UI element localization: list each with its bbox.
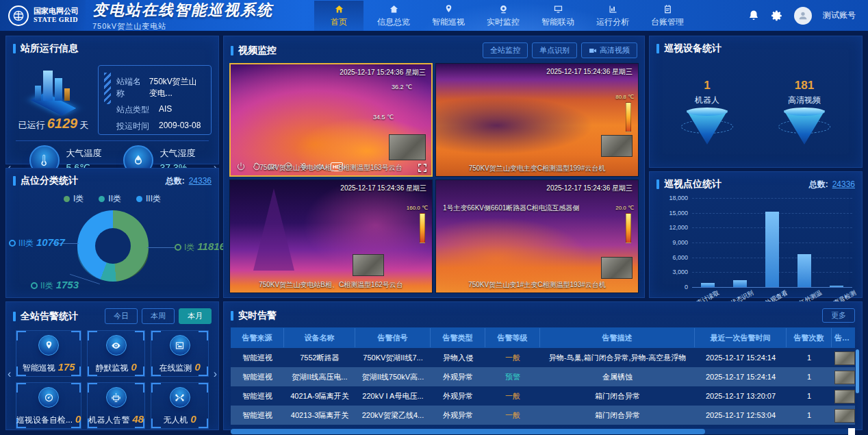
video-caption: 750KV贺兰山变电站B相、C相测温型162号云台	[230, 280, 432, 290]
alarm-level: 一般	[485, 348, 540, 367]
video-timestamp: 2025-12-17 15:24:36 星期三	[340, 68, 426, 77]
device-label: 高清视频	[788, 95, 821, 106]
temp-annotation: 36.2 ℃	[392, 84, 412, 90]
panel-realtime-alarms: 实时告警 更多 告警来源 设备名称 告警信号 告警类型 告警等级 告警描述 最近…	[223, 301, 863, 430]
callout-class2: II类1753	[31, 279, 79, 292]
bar-chart: 18,000 15,000 12,000 9,000 6,000 3,000 0	[658, 198, 852, 287]
y-tick: 12,000	[662, 224, 688, 231]
alarm-image-thumbnail[interactable]	[834, 409, 855, 423]
colorbar-label: 160.0 ℃	[407, 205, 428, 211]
col-header: 告警信号	[355, 328, 431, 347]
total-count-link[interactable]: 24336	[189, 176, 212, 186]
panel-title: 视频监控	[238, 45, 277, 57]
card-value: 0	[131, 361, 137, 373]
horizontal-scrollbar[interactable]	[231, 429, 855, 434]
nav-item-ledger[interactable]: 台账管理	[643, 1, 692, 31]
bar-appearance-view[interactable]	[765, 212, 779, 288]
donut-chart: III类10767 I类11816 II类1753	[6, 205, 218, 293]
horizontal-scrollbar-fill	[231, 429, 705, 434]
thermal-colorbar	[420, 213, 425, 243]
card-device-selfcheck[interactable]: 巡视设备自检...0	[16, 382, 81, 429]
callout-class1: I类11816	[175, 240, 225, 253]
video-feed-4[interactable]: 2025-12-17 15:24:36 星期三 1号主变66KV侧6601断路器…	[435, 179, 639, 293]
thermal-colorbar	[626, 102, 631, 132]
table-row[interactable]: 智能巡视贺湖II线高压电... 贺湖II线750kV高...外观异常 预警 金属…	[231, 367, 855, 386]
pin-icon	[38, 335, 59, 356]
pip-thumbnail	[601, 257, 633, 279]
legend-label: I类	[73, 193, 84, 205]
nav-item-overview[interactable]: 信息总览	[369, 1, 418, 31]
nav-item-analysis[interactable]: 运行分析	[588, 1, 637, 31]
col-header: 告警次数	[787, 328, 832, 347]
video-feed-2[interactable]: 2025-12-17 15:24:36 星期三 80.8 ℃ 750KV贺兰山变…	[435, 63, 639, 177]
card-label: 智能巡视	[23, 363, 55, 373]
single-point-recognition-button[interactable]: 单点识别	[532, 42, 577, 58]
alarm-image-thumbnail[interactable]	[834, 351, 855, 365]
total-count-link[interactable]: 24336	[832, 179, 855, 189]
horizontal-scrollbar-handle[interactable]	[848, 428, 855, 435]
pip-thumbnail	[601, 135, 633, 157]
app-title: 变电站在线智能巡视系统	[92, 0, 273, 21]
alarm-image-thumbnail[interactable]	[834, 371, 855, 384]
field-value: AIS	[159, 104, 172, 116]
card-online-monitor[interactable]: 在线监测0	[151, 330, 209, 377]
video-caption: 750kV贺兰山变电站A相、B相测温型163号云台	[231, 163, 431, 173]
table-row[interactable]: 智能巡视40213-3隔离开关 220kV贺梁乙线4...外观异常 一般 箱门闭…	[231, 406, 855, 425]
hatch-decoration	[104, 73, 111, 104]
filter-week-button[interactable]: 本周	[142, 308, 175, 324]
home-icon	[334, 4, 344, 14]
hd-video-button[interactable]: 高清视频	[581, 42, 637, 58]
table-header-row: 告警来源 设备名称 告警信号 告警类型 告警等级 告警描述 最近一次告警时间 告…	[231, 327, 855, 348]
robot-icon	[106, 387, 127, 408]
fullscreen-icon[interactable]	[418, 163, 427, 173]
panel-alarm-stats: 全站告警统计 今日 本周 本月 ‹ › 智能巡视175 静默监视0 在线监测0	[5, 301, 219, 430]
total-label: 总数:	[809, 179, 828, 190]
table-row[interactable]: 智能巡视7552断路器 750KV贺湖II线7...异物入侵 一般 异物-鸟巢,…	[231, 348, 855, 367]
filter-month-button[interactable]: 本月	[179, 308, 212, 324]
bar-infrared-temp[interactable]	[797, 254, 811, 287]
card-silent-watch[interactable]: 静默监视0	[87, 330, 145, 377]
full-station-monitor-button[interactable]: 全站监控	[483, 42, 528, 58]
nav-label: 信息总览	[377, 16, 410, 28]
bell-icon[interactable]	[748, 10, 760, 22]
card-label: 巡视设备自检...	[16, 415, 73, 425]
video-caption: 750KV贺兰山变电主变C相测温型199#云台机	[436, 164, 638, 173]
card-drone[interactable]: 无人机0	[151, 382, 209, 429]
card-robot-alarm[interactable]: 机器人告警48	[87, 382, 145, 429]
callout-class3: III类10767	[9, 236, 65, 249]
nav-label: 台账管理	[651, 16, 684, 28]
nav-item-realtime-monitor[interactable]: 实时监控	[478, 1, 528, 31]
chart-icon	[608, 4, 618, 14]
dashboard-root: 国家电网公司 STATE GRID 变电站在线智能巡视系统 750kV贺兰山变电…	[0, 0, 868, 435]
card-smart-patrol[interactable]: 智能巡视175	[16, 330, 81, 377]
y-tick: 6,000	[662, 254, 688, 261]
panel-title: 全站告警统计	[21, 310, 78, 323]
ledger-icon	[663, 4, 673, 14]
person-icon	[797, 10, 808, 21]
alarm-image-thumbnail[interactable]	[834, 390, 855, 403]
nav-item-home[interactable]: 首页	[314, 1, 363, 31]
nav-item-smart-patrol[interactable]: 智能巡视	[424, 1, 473, 31]
video-caption: 750KV贺兰山变1#主变C相测温型193#云台机	[436, 280, 638, 290]
user-avatar[interactable]	[794, 7, 812, 25]
vertical-scrollbar[interactable]	[856, 349, 859, 393]
gear-icon[interactable]	[771, 10, 783, 22]
table-row[interactable]: 智能巡视4021A-9隔离开关 220kV I A母电压...外观异常 一般 箱…	[231, 386, 855, 406]
bar-position-status[interactable]	[733, 280, 747, 287]
username[interactable]: 测试账号	[823, 10, 856, 21]
filter-today-button[interactable]: 今日	[105, 308, 138, 324]
col-header: 告警来源	[231, 328, 284, 347]
colorbar-label: 20.0 ℃	[615, 205, 634, 211]
temp-annotation: 34.5 ℃	[373, 114, 394, 121]
legend-dot-class2	[99, 196, 105, 202]
tower-silhouette	[253, 188, 294, 271]
video-feed-1[interactable]: 2025-12-17 15:24:36 星期三 36.2 ℃ 34.5 ℃ HD…	[229, 63, 433, 177]
video-feed-3[interactable]: 2025-12-17 15:24:36 星期三 160.0 ℃ 750KV贺兰山…	[229, 179, 433, 293]
nav-item-smart-linkage[interactable]: 智能联动	[533, 1, 583, 31]
field-value: 750kV贺兰山变电...	[149, 76, 204, 99]
more-button[interactable]: 更多	[822, 308, 855, 323]
card-label: 在线监测	[159, 363, 192, 373]
card-label: 机器人告警	[88, 415, 129, 425]
y-tick: 18,000	[662, 195, 688, 201]
alarm-level: 一般	[485, 406, 540, 425]
